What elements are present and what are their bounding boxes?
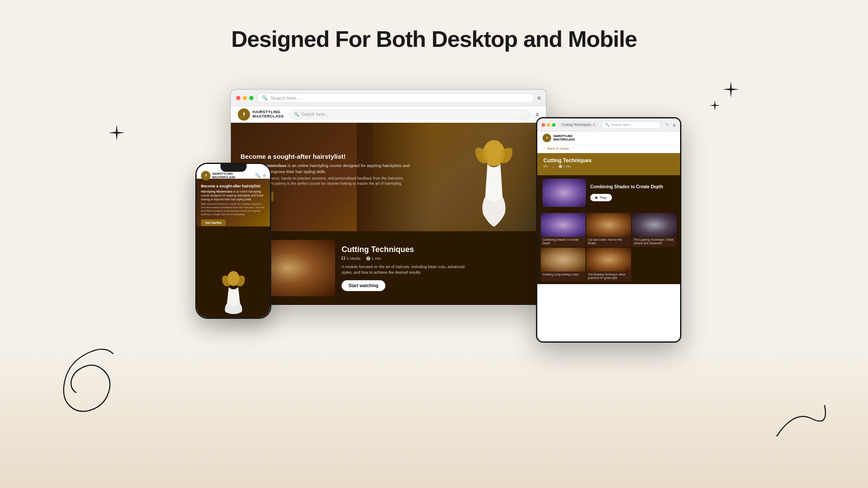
- phone-screen: HAIRSTYLING MASTERCLASS 🔍 ≡ Become a sou…: [197, 164, 270, 318]
- phone-logo-text: HAIRSTYLING MASTERCLASS: [212, 172, 235, 179]
- phone-hero: Become a sought-after hairstylist! Hairs…: [197, 179, 270, 226]
- phone-frame: HAIRSTYLING MASTERCLASS 🔍 ≡ Become a sou…: [195, 163, 271, 319]
- grid-caption-2: Cut and Comb: How to File Braids: [586, 237, 631, 247]
- grid-thumb-1: [541, 213, 585, 237]
- progress-indicator: 0%: [543, 165, 548, 168]
- tablet-frame: Cutting Techniques × 🔍 Search here... ↻ …: [536, 117, 681, 343]
- tablet-site-header: HAIRSTYLING MASTERCLASS: [537, 131, 680, 144]
- cutting-techniques-section: Cutting Techniques 🎞 5 Media 🕐 1 min A m…: [231, 231, 546, 305]
- video-thumb-image: [542, 179, 586, 207]
- maximize-window-button[interactable]: [249, 96, 253, 100]
- duration-indicator: 🕐 1 min: [559, 165, 571, 168]
- site-logo-text: HAIRSTYLING MASTERCLASS: [253, 110, 284, 119]
- tablet-address-bar[interactable]: 🔍 Search here...: [601, 121, 661, 129]
- duration: 🕐 1 min: [366, 256, 381, 261]
- grid-item-5[interactable]: The Braiding Technique: Best-practices f…: [586, 248, 631, 282]
- tablet-course-meta: 0% 🔖 🕐 1 min: [543, 165, 674, 168]
- desktop-mockup: 🔍 Search here... ≡ HAIRSTYLING: [230, 89, 547, 306]
- media-count: 🎞 5 Media: [342, 256, 361, 261]
- tablet-video-thumbnail: [542, 179, 586, 207]
- swirl-decoration-left: [43, 336, 122, 423]
- search-icon: 🔍: [605, 123, 609, 127]
- tablet-maximize-button[interactable]: [552, 123, 556, 127]
- tablet-video-grid: Combining Shades to Create Depth Cut and…: [537, 210, 680, 284]
- search-placeholder: Search here...: [301, 112, 329, 117]
- cutting-meta: 🎞 5 Media 🕐 1 min: [342, 256, 472, 261]
- cutting-info: Cutting Techniques 🎞 5 Media 🕐 1 min A m…: [342, 245, 472, 291]
- tablet-refresh-icon[interactable]: ↻: [665, 122, 669, 127]
- phone-menu-icon[interactable]: ≡: [263, 173, 266, 178]
- tablet-course-hero: Cutting Techniques 0% 🔖 🕐 1 min: [537, 153, 680, 175]
- grid-item-3[interactable]: The Layering Technique: Create volume an…: [632, 213, 677, 247]
- tablet-play-button[interactable]: ▶ Play: [590, 194, 612, 201]
- tablet-browser-bar: Cutting Techniques × 🔍 Search here... ↻ …: [537, 118, 680, 131]
- desktop-browser-bar: 🔍 Search here... ≡: [231, 90, 546, 106]
- site-logo: HAIRSTYLING MASTERCLASS: [238, 108, 284, 121]
- phone-mockup: HAIRSTYLING MASTERCLASS 🔍 ≡ Become a sou…: [195, 163, 271, 319]
- phone-logo: HAIRSTYLING MASTERCLASS: [201, 171, 235, 180]
- search-icon: 🔍: [294, 112, 299, 117]
- tablet-featured-video: Combining Shades to Create Depth ▶ Play: [537, 175, 680, 210]
- desktop-frame: 🔍 Search here... ≡ HAIRSTYLING: [230, 89, 547, 306]
- tablet-video-info: Combining Shades to Create Depth ▶ Play: [590, 184, 663, 201]
- browser-menu-icon[interactable]: ≡: [537, 95, 541, 102]
- phone-hero-sub: With interactive lessons, hands-on pract…: [201, 203, 266, 216]
- grid-caption-1: Combining Shades to Create Depth: [541, 237, 585, 247]
- grid-caption-5: The Braiding Technique: Best-practices f…: [586, 272, 631, 282]
- grid-item-1[interactable]: Combining Shades to Create Depth: [541, 213, 585, 247]
- hero-silhouette: [464, 136, 524, 231]
- close-tag-icon[interactable]: ×: [593, 123, 595, 127]
- tablet-site-logo: HAIRSTYLING MASTERCLASS: [542, 134, 575, 142]
- desktop-lower-section: Cutting Techniques 🎞 5 Media 🕐 1 min A m…: [231, 231, 546, 305]
- phone-cta-button[interactable]: Get started: [201, 219, 226, 226]
- phone-search-icon[interactable]: 🔍: [255, 173, 260, 178]
- hero-title: Become a sought-after hairstylist!: [240, 153, 411, 160]
- star-decoration-1: [108, 124, 126, 144]
- star-decoration-3: [709, 100, 720, 113]
- phone-notch: [220, 164, 247, 172]
- tablet-content-area: Combining Shades to Create Depth ▶ Play …: [537, 175, 680, 284]
- phone-silhouette: [214, 271, 253, 314]
- tablet-back-link-area: ← Back to Home: [537, 144, 680, 153]
- tablet-course-title: Cutting Techniques: [543, 157, 674, 164]
- grid-thumb-4: [541, 248, 585, 272]
- tablet-back-link[interactable]: ← Back to Home: [542, 147, 675, 151]
- tablet-window-controls: [542, 123, 556, 127]
- phone-lower: [197, 226, 270, 318]
- play-icon: ▶: [595, 196, 598, 200]
- cutting-description: A module focused on the art of haircuts,…: [342, 264, 472, 275]
- grid-thumb-2: [586, 213, 631, 237]
- desktop-hero: Become a sought-after hairstylist! Hairs…: [231, 123, 546, 231]
- site-search-bar[interactable]: 🔍 Search here...: [289, 110, 530, 119]
- start-watching-button[interactable]: Start watching: [342, 280, 385, 291]
- logo-icon: [238, 108, 250, 121]
- bookmark-icon: 🔖: [551, 165, 555, 168]
- tablet-close-button[interactable]: [542, 123, 545, 127]
- phone-hero-title: Become a sought-after hairstylist!: [201, 184, 266, 188]
- phone-logo-icon: [201, 171, 210, 180]
- back-arrow-icon: ←: [542, 147, 546, 151]
- phone-hero-body: Hairstyling Masterclass is an online hai…: [201, 190, 266, 201]
- tablet-video-title: Combining Shades to Create Depth: [590, 184, 663, 189]
- browser-address-bar[interactable]: 🔍 Search here...: [257, 93, 534, 103]
- grid-item-4[interactable]: Creating Long-Lasting Loops: [541, 248, 585, 282]
- url-text: Search here...: [270, 95, 300, 101]
- grid-caption-3: The Layering Technique: Create volume an…: [632, 237, 677, 247]
- minimize-window-button[interactable]: [243, 96, 247, 100]
- tablet-menu-icon[interactable]: ≡: [673, 122, 676, 128]
- grid-thumb-5: [586, 248, 631, 272]
- desktop-site-header: HAIRSTYLING MASTERCLASS 🔍 Search here...…: [231, 106, 546, 123]
- tablet-mockup: Cutting Techniques × 🔍 Search here... ↻ …: [536, 117, 681, 343]
- browser-window-controls: [236, 96, 253, 100]
- grid-caption-4: Creating Long-Lasting Loops: [541, 272, 585, 278]
- star-decoration-2: [722, 80, 740, 101]
- cutting-title: Cutting Techniques: [342, 245, 472, 254]
- tablet-search-tag[interactable]: Cutting Techniques ×: [558, 122, 598, 128]
- grid-item-2[interactable]: Cut and Comb: How to File Braids: [586, 213, 631, 247]
- tablet-minimize-button[interactable]: [547, 123, 550, 127]
- devices-container: 🔍 Search here... ≡ HAIRSTYLING: [195, 67, 673, 458]
- tablet-logo-text: HAIRSTYLING MASTERCLASS: [553, 134, 575, 141]
- swirl-decoration-right: [768, 393, 833, 445]
- phone-header-icons: 🔍 ≡: [255, 173, 266, 178]
- close-window-button[interactable]: [236, 96, 240, 100]
